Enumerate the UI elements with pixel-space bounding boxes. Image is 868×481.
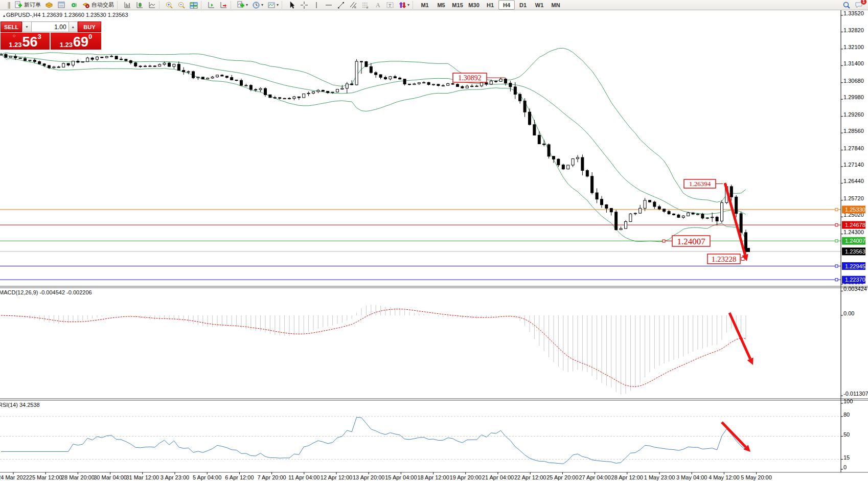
periods-button[interactable]: ▾ [250, 0, 265, 10]
rsi-tick-label: 100 [843, 398, 853, 404]
timeframe-button-m5[interactable]: M5 [433, 0, 449, 10]
dropdown-arrow-icon[interactable]: ▾ [261, 3, 263, 7]
timeframe-button-m30[interactable]: M30 [466, 0, 482, 10]
new-indicator-button[interactable]: ▾ [235, 0, 250, 10]
toolbar-group-timeframes: M1M5M15M30H1H4D1W1MN [417, 0, 564, 10]
auto-scroll-icon [207, 1, 215, 9]
zoom-out-button[interactable] [175, 0, 188, 10]
rsi-indicator-label: RSI(14) 34.2538 [0, 402, 40, 408]
auto-trading-button[interactable]: 自动交易 [80, 0, 116, 10]
candle-body [461, 86, 464, 88]
timeframe-button-d1[interactable]: D1 [515, 0, 531, 10]
rsi-tick-label: 50 [843, 431, 850, 438]
volume-increase-button[interactable]: ▲ [68, 21, 78, 32]
candle-body [255, 89, 257, 90]
candle-body [273, 98, 276, 98]
hline-endpoint[interactable] [835, 265, 838, 267]
trend-line-button[interactable] [335, 0, 347, 10]
candle-body [629, 214, 632, 221]
dropdown-arrow-icon[interactable]: ▾ [407, 3, 409, 7]
templates-button[interactable]: ▾ [265, 0, 281, 10]
toolbar-separator [201, 1, 204, 9]
candle-body [67, 63, 70, 65]
auto-scroll-button[interactable] [205, 0, 217, 10]
candle-body [490, 81, 492, 84]
time-tick-label: 3 May 04:00 [676, 474, 707, 480]
auto-trading-icon [82, 1, 90, 9]
svg-text:A: A [376, 2, 380, 9]
trend-arrow-main[interactable] [725, 183, 748, 261]
main-price-pane[interactable] [0, 48, 841, 281]
trend-arrow-rsi[interactable] [722, 422, 750, 452]
candle-body [692, 213, 694, 214]
timeframe-button-h1[interactable]: H1 [482, 0, 498, 10]
new-order-button[interactable]: 新订单 [12, 0, 43, 10]
hline-endpoint[interactable] [835, 224, 838, 226]
macd-tick-label: 0.003424 [843, 286, 867, 292]
tile-windows-button[interactable] [188, 0, 200, 10]
text-button[interactable]: A [372, 0, 384, 10]
chart-shift-button[interactable] [217, 0, 230, 10]
chart-canvas[interactable]: 1.335201.328201.321001.314001.306801.299… [0, 0, 868, 481]
volume-decrease-button[interactable]: ▼ [22, 21, 31, 32]
sell-price-panel[interactable]: ◇ 1.23 56 3 [1, 33, 50, 50]
arrows-button[interactable]: ▾ [396, 0, 412, 10]
dropdown-arrow-icon[interactable]: ▾ [246, 3, 248, 7]
timeframe-button-h4[interactable]: H4 [498, 0, 515, 10]
spread-marker-icon: ◇ [13, 34, 15, 38]
trend-arrow-macd[interactable] [729, 313, 753, 365]
crosshair-button[interactable] [298, 0, 310, 10]
quote-ohlc-text: GBPUSD-,H4 1.23639 1.23660 1.23530 1.235… [6, 12, 128, 18]
text-label-button[interactable]: T [384, 0, 396, 10]
buy-button[interactable]: BUY [78, 21, 101, 32]
candle-body [547, 145, 550, 156]
time-tick-label: 1 May 23:00 [644, 474, 675, 480]
equidistant-channel-button[interactable]: E [347, 0, 359, 10]
candle-body [529, 112, 531, 125]
toolbar-group-chart-type [121, 0, 158, 10]
rsi-pane[interactable] [0, 417, 841, 464]
macd-tick-label: -0.011307 [843, 391, 868, 397]
clipped-button[interactable] [0, 0, 12, 10]
cursor-button[interactable] [286, 0, 298, 10]
candle-body [553, 156, 555, 159]
hline-endpoint[interactable] [835, 240, 838, 242]
price-tick-label: 1.27140 [843, 162, 864, 168]
search-button[interactable] [840, 0, 853, 10]
hline-endpoint[interactable] [835, 279, 838, 281]
timeframe-button-mn[interactable]: MN [547, 0, 564, 10]
candle-body [249, 85, 252, 89]
candle-body [19, 58, 21, 58]
price-callout-1.24007[interactable]: 1.24007 [663, 236, 710, 246]
timeframe-button-m15[interactable]: M15 [449, 0, 466, 10]
dropdown-arrow-icon[interactable]: ▾ [277, 3, 279, 7]
price-callout-1.26394[interactable]: 1.26394 [684, 179, 723, 188]
fibonacci-button[interactable]: F [359, 0, 372, 10]
volume-input[interactable] [32, 21, 68, 32]
price-callout-1.23228[interactable]: 1.23228 [707, 254, 744, 264]
sell-button[interactable]: SELL [1, 21, 22, 32]
candlestick-chart-button[interactable] [133, 0, 146, 10]
notification-badge: 1 [860, 0, 867, 5]
vertical-line-button[interactable] [310, 0, 323, 10]
timeframe-button-m1[interactable]: M1 [417, 0, 433, 10]
zoom-in-button[interactable] [163, 0, 175, 10]
candle-body [375, 73, 377, 75]
macd-pane[interactable] [1, 305, 746, 394]
buy-price-panel[interactable]: 1.23 69 0 [51, 33, 101, 50]
navigator-button[interactable] [67, 0, 80, 10]
line-chart-button[interactable] [146, 0, 158, 10]
hline-endpoint[interactable] [835, 208, 838, 211]
candle-body [658, 207, 660, 209]
price-tick-label: 1.29980 [843, 94, 864, 100]
horizontal-line-button[interactable] [323, 0, 335, 10]
current-price-badge-label: 1.23563 [845, 248, 865, 255]
bar-chart-button[interactable] [121, 0, 133, 10]
candle-body [519, 94, 521, 101]
timeframe-button-w1[interactable]: W1 [531, 0, 547, 10]
chat-button[interactable]: 1 [853, 0, 865, 10]
candle-body [620, 228, 622, 230]
text-icon: A [374, 1, 382, 9]
data-window-button[interactable] [55, 0, 67, 10]
market-watch-button[interactable] [43, 0, 55, 10]
